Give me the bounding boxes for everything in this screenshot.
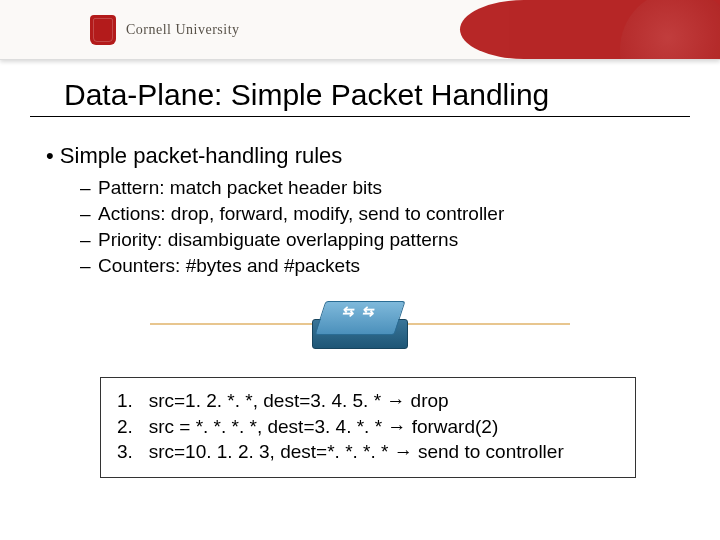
slide-banner: Cornell University <box>0 0 720 60</box>
bullet-level2: Actions: drop, forward, modify, send to … <box>98 203 680 225</box>
bullet-level2: Counters: #bytes and #packets <box>98 255 680 277</box>
rules-box: 1. src=1. 2. *. *, dest=3. 4. 5. * → dro… <box>100 377 636 478</box>
slide-title: Data-Plane: Simple Packet Handling <box>30 60 690 117</box>
org-logo: Cornell University <box>90 15 240 45</box>
crest-icon <box>90 15 116 45</box>
rule-item: 3. src=10. 1. 2. 3, dest=*. *. *. * → se… <box>117 439 619 465</box>
bullet-level1: Simple packet-handling rules <box>46 143 680 169</box>
bullet-level2: Priority: disambiguate overlapping patte… <box>98 229 680 251</box>
rule-item: 2. src = *. *. *. *, dest=3. 4. *. * → f… <box>117 414 619 440</box>
bullet-level2: Pattern: match packet header bits <box>98 177 680 199</box>
org-wordmark: Cornell University <box>126 22 240 38</box>
network-switch-icon: ⇆ ⇆ <box>312 301 408 357</box>
banner-decoration <box>460 0 720 59</box>
slide-body: Simple packet-handling rules Pattern: ma… <box>0 117 720 478</box>
switch-diagram: ⇆ ⇆ <box>150 289 570 369</box>
rule-item: 1. src=1. 2. *. *, dest=3. 4. 5. * → dro… <box>117 388 619 414</box>
